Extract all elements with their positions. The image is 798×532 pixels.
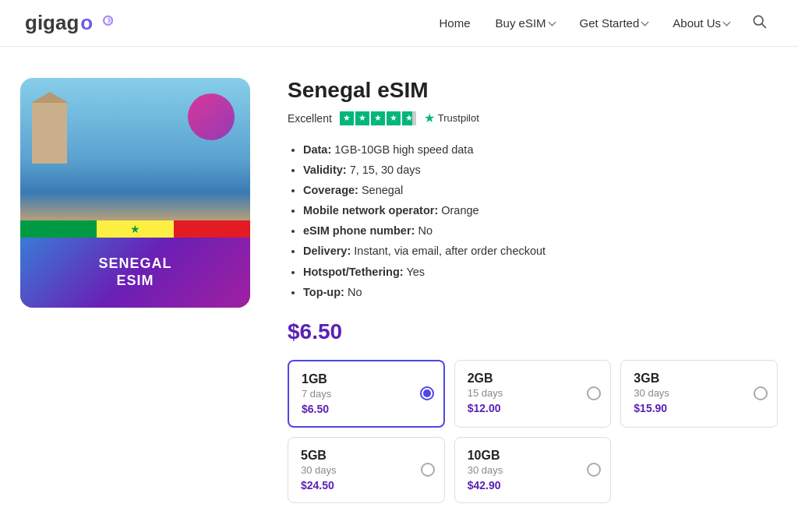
plan-2gb[interactable]: 2GB 15 days $12.00 [454,360,612,428]
features-list: Data: 1GB-10GB high speed data Validity:… [288,139,778,302]
feature-data: Data: 1GB-10GB high speed data [303,139,778,160]
plan-3gb-price: $15.90 [634,402,764,414]
main-nav: Home Buy eSIM Get Started About Us [430,7,773,39]
search-icon [751,13,767,29]
trustpilot-label: Trustpilot [438,112,479,124]
plan-1gb-price: $6.50 [302,403,431,415]
chevron-down-icon [548,19,556,26]
feature-phone-number: eSIM phone number: No [303,220,778,241]
feature-validity: Validity: 7, 15, 30 days [303,160,778,180]
feature-hotspot: Hotspot/Tethering: Yes [303,262,778,282]
plan-5gb-data: 5GB [301,449,432,463]
plan-10gb[interactable]: 10GB 30 days $42.90 [454,437,612,503]
plan-5gb-radio[interactable] [421,463,435,477]
logo[interactable]: gigago [25,11,113,35]
product-page: ★ SENEGAL ESIM Senegal eSIM Excellent ★ … [2,47,796,532]
plan-5gb-price: $24.50 [301,479,432,491]
plan-10gb-data: 10GB [468,449,598,463]
feature-delivery: Delivery: Instant, via email, after orde… [303,241,778,261]
plan-1gb-data: 1GB [302,372,431,386]
plan-2gb-days: 15 days [468,387,598,399]
star-3: ★ [371,111,385,125]
logo-icon [96,15,113,32]
plan-10gb-days: 30 days [468,464,598,476]
flag-star: ★ [130,224,140,234]
star-4: ★ [387,111,401,125]
plan-1gb[interactable]: 1GB 7 days $6.50 [288,360,445,428]
nav-about-us[interactable]: About Us [663,10,739,36]
banner-line1: SENEGAL [98,255,171,273]
star-2: ★ [355,111,369,125]
star-1: ★ [340,111,354,125]
flag-green [20,220,97,238]
header: gigago Home Buy eSIM Get Started About U… [0,0,798,47]
product-image: ★ SENEGAL ESIM [20,78,250,308]
nav-home[interactable]: Home [430,10,480,36]
product-price: $6.50 [288,319,778,344]
banner-line2: ESIM [116,273,154,290]
svg-point-0 [104,16,112,24]
search-button[interactable] [745,7,773,39]
plan-grid: 1GB 7 days $6.50 2GB 15 days $12.00 3GB … [288,360,778,503]
star-5-half: ★ [402,111,416,125]
plan-1gb-radio[interactable] [420,386,434,400]
rating-label: Excellent [288,112,332,125]
building-icon [32,101,67,164]
svg-line-2 [762,24,766,28]
chevron-down-icon [641,19,649,26]
plan-10gb-radio[interactable] [587,463,601,477]
chevron-down-icon [723,19,731,26]
plan-3gb-data: 3GB [634,372,764,386]
plan-1gb-days: 7 days [302,388,431,400]
trustpilot: ★ Trustpilot [424,111,479,125]
flag-yellow: ★ [97,220,173,238]
plan-3gb-days: 30 days [634,387,764,399]
plan-5gb-days: 30 days [301,464,432,476]
rating-row: Excellent ★ ★ ★ ★ ★ ★ Trustpilot [288,111,778,125]
plan-5gb[interactable]: 5GB 30 days $24.50 [288,437,445,503]
plan-3gb[interactable]: 3GB 30 days $15.90 [620,360,778,428]
product-banner: SENEGAL ESIM [20,238,250,308]
product-title: Senegal eSIM [288,78,778,103]
plan-3gb-radio[interactable] [754,386,768,400]
plan-2gb-data: 2GB [468,372,598,386]
feature-coverage: Coverage: Senegal [303,180,778,200]
plan-2gb-price: $12.00 [468,402,598,414]
nav-get-started[interactable]: Get Started [570,10,658,36]
trustpilot-icon: ★ [424,111,435,125]
feature-operator: Mobile network operator: Orange [303,200,778,220]
feature-topup: Top-up: No [303,282,778,302]
senegal-flag: ★ [20,220,250,238]
nav-buy-esim[interactable]: Buy eSIM [486,10,564,36]
star-rating: ★ ★ ★ ★ ★ [340,111,416,125]
flag-red [174,220,250,238]
deco-circle [188,93,235,140]
product-details: Senegal eSIM Excellent ★ ★ ★ ★ ★ ★ Trust… [288,78,778,503]
plan-2gb-radio[interactable] [587,386,601,400]
plan-10gb-price: $42.90 [468,479,598,491]
